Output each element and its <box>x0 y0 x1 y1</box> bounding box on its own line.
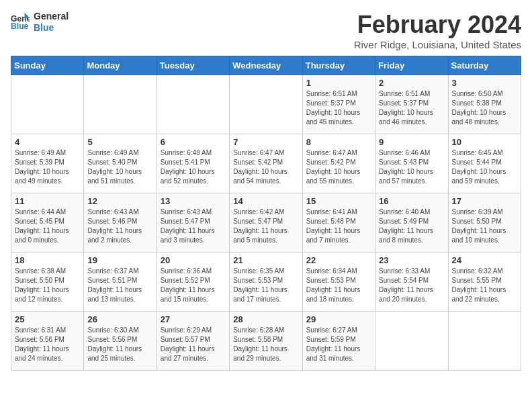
day-number: 22 <box>306 255 371 265</box>
calendar-cell <box>375 312 448 371</box>
day-info: Sunrise: 6:42 AM Sunset: 5:47 PM Dayligh… <box>233 208 298 245</box>
day-info: Sunrise: 6:51 AM Sunset: 5:37 PM Dayligh… <box>379 89 444 127</box>
title-area: February 2024 River Ridge, Louisiana, Un… <box>354 11 521 50</box>
calendar-cell: 27Sunrise: 6:29 AM Sunset: 5:57 PM Dayli… <box>157 312 229 371</box>
day-info: Sunrise: 6:47 AM Sunset: 5:42 PM Dayligh… <box>233 148 298 186</box>
header-cell-sunday: Sunday <box>11 56 84 75</box>
day-info: Sunrise: 6:51 AM Sunset: 5:37 PM Dayligh… <box>306 89 371 127</box>
day-number: 3 <box>452 78 517 88</box>
calendar-cell: 20Sunrise: 6:36 AM Sunset: 5:52 PM Dayli… <box>157 253 229 312</box>
calendar-cell: 16Sunrise: 6:40 AM Sunset: 5:49 PM Dayli… <box>375 193 448 253</box>
day-info: Sunrise: 6:43 AM Sunset: 5:47 PM Dayligh… <box>161 208 226 245</box>
week-row-5: 25Sunrise: 6:31 AM Sunset: 5:56 PM Dayli… <box>11 312 521 371</box>
calendar-cell: 10Sunrise: 6:45 AM Sunset: 5:44 PM Dayli… <box>448 134 521 193</box>
logo-general: General <box>34 11 69 22</box>
day-number: 25 <box>15 314 80 324</box>
svg-text:Blue: Blue <box>11 21 29 31</box>
header-cell-thursday: Thursday <box>302 56 375 75</box>
week-row-3: 11Sunrise: 6:44 AM Sunset: 5:45 PM Dayli… <box>11 193 521 253</box>
day-info: Sunrise: 6:46 AM Sunset: 5:43 PM Dayligh… <box>379 148 444 186</box>
calendar-cell: 11Sunrise: 6:44 AM Sunset: 5:45 PM Dayli… <box>11 193 84 253</box>
day-number: 2 <box>379 78 444 88</box>
day-number: 10 <box>452 137 517 147</box>
day-number: 14 <box>233 196 298 206</box>
day-number: 26 <box>87 314 152 324</box>
day-number: 7 <box>233 137 298 147</box>
header-cell-saturday: Saturday <box>448 56 521 75</box>
day-info: Sunrise: 6:49 AM Sunset: 5:40 PM Dayligh… <box>87 148 152 186</box>
header-row: SundayMondayTuesdayWednesdayThursdayFrid… <box>11 56 521 75</box>
day-info: Sunrise: 6:28 AM Sunset: 5:58 PM Dayligh… <box>233 326 298 363</box>
day-number: 13 <box>161 196 226 206</box>
calendar-cell: 2Sunrise: 6:51 AM Sunset: 5:37 PM Daylig… <box>375 75 448 134</box>
calendar-cell <box>448 312 521 371</box>
header-cell-tuesday: Tuesday <box>157 56 229 75</box>
calendar-cell <box>230 75 302 134</box>
logo: General Blue General Blue <box>11 11 69 34</box>
calendar-cell: 22Sunrise: 6:34 AM Sunset: 5:53 PM Dayli… <box>302 253 375 312</box>
day-info: Sunrise: 6:35 AM Sunset: 5:53 PM Dayligh… <box>233 267 298 304</box>
calendar-cell <box>11 75 84 134</box>
calendar-cell: 7Sunrise: 6:47 AM Sunset: 5:42 PM Daylig… <box>230 134 302 193</box>
day-info: Sunrise: 6:44 AM Sunset: 5:45 PM Dayligh… <box>15 208 80 245</box>
calendar-cell: 25Sunrise: 6:31 AM Sunset: 5:56 PM Dayli… <box>11 312 84 371</box>
calendar-cell: 23Sunrise: 6:33 AM Sunset: 5:54 PM Dayli… <box>375 253 448 312</box>
calendar-cell: 13Sunrise: 6:43 AM Sunset: 5:47 PM Dayli… <box>157 193 229 253</box>
week-row-4: 18Sunrise: 6:38 AM Sunset: 5:50 PM Dayli… <box>11 253 521 312</box>
header-cell-monday: Monday <box>84 56 157 75</box>
calendar-cell: 17Sunrise: 6:39 AM Sunset: 5:50 PM Dayli… <box>448 193 521 253</box>
calendar-cell <box>84 75 157 134</box>
day-info: Sunrise: 6:40 AM Sunset: 5:49 PM Dayligh… <box>379 208 444 245</box>
day-info: Sunrise: 6:38 AM Sunset: 5:50 PM Dayligh… <box>15 267 80 304</box>
calendar-cell: 8Sunrise: 6:47 AM Sunset: 5:42 PM Daylig… <box>302 134 375 193</box>
calendar-cell: 6Sunrise: 6:48 AM Sunset: 5:41 PM Daylig… <box>157 134 229 193</box>
day-info: Sunrise: 6:31 AM Sunset: 5:56 PM Dayligh… <box>15 326 80 363</box>
day-number: 4 <box>15 137 80 147</box>
day-number: 8 <box>306 137 371 147</box>
calendar-cell <box>157 75 229 134</box>
calendar-cell: 3Sunrise: 6:50 AM Sunset: 5:38 PM Daylig… <box>448 75 521 134</box>
day-info: Sunrise: 6:50 AM Sunset: 5:38 PM Dayligh… <box>452 89 517 127</box>
day-number: 6 <box>161 137 226 147</box>
day-number: 12 <box>87 196 152 206</box>
day-number: 19 <box>87 255 152 265</box>
day-info: Sunrise: 6:49 AM Sunset: 5:39 PM Dayligh… <box>15 148 80 186</box>
calendar-cell: 12Sunrise: 6:43 AM Sunset: 5:46 PM Dayli… <box>84 193 157 253</box>
calendar-cell: 14Sunrise: 6:42 AM Sunset: 5:47 PM Dayli… <box>230 193 302 253</box>
calendar-cell: 1Sunrise: 6:51 AM Sunset: 5:37 PM Daylig… <box>302 75 375 134</box>
day-info: Sunrise: 6:39 AM Sunset: 5:50 PM Dayligh… <box>452 208 517 245</box>
logo-blue: Blue <box>34 22 69 34</box>
week-row-2: 4Sunrise: 6:49 AM Sunset: 5:39 PM Daylig… <box>11 134 521 193</box>
day-number: 20 <box>161 255 226 265</box>
day-info: Sunrise: 6:47 AM Sunset: 5:42 PM Dayligh… <box>306 148 371 186</box>
day-info: Sunrise: 6:27 AM Sunset: 5:59 PM Dayligh… <box>306 326 371 363</box>
calendar-cell: 19Sunrise: 6:37 AM Sunset: 5:51 PM Dayli… <box>84 253 157 312</box>
header: General Blue General Blue February 2024 … <box>11 11 521 50</box>
day-info: Sunrise: 6:48 AM Sunset: 5:41 PM Dayligh… <box>161 148 226 186</box>
calendar-cell: 15Sunrise: 6:41 AM Sunset: 5:48 PM Dayli… <box>302 193 375 253</box>
day-info: Sunrise: 6:33 AM Sunset: 5:54 PM Dayligh… <box>379 267 444 304</box>
day-number: 9 <box>379 137 444 147</box>
calendar-cell: 28Sunrise: 6:28 AM Sunset: 5:58 PM Dayli… <box>230 312 302 371</box>
day-info: Sunrise: 6:43 AM Sunset: 5:46 PM Dayligh… <box>87 208 152 245</box>
day-info: Sunrise: 6:32 AM Sunset: 5:55 PM Dayligh… <box>452 267 517 304</box>
calendar-cell: 26Sunrise: 6:30 AM Sunset: 5:56 PM Dayli… <box>84 312 157 371</box>
day-info: Sunrise: 6:30 AM Sunset: 5:56 PM Dayligh… <box>87 326 152 363</box>
calendar-cell: 18Sunrise: 6:38 AM Sunset: 5:50 PM Dayli… <box>11 253 84 312</box>
calendar-table: SundayMondayTuesdayWednesdayThursdayFrid… <box>11 56 521 371</box>
calendar-cell: 9Sunrise: 6:46 AM Sunset: 5:43 PM Daylig… <box>375 134 448 193</box>
day-info: Sunrise: 6:45 AM Sunset: 5:44 PM Dayligh… <box>452 148 517 186</box>
day-number: 16 <box>379 196 444 206</box>
day-number: 1 <box>306 78 371 88</box>
day-info: Sunrise: 6:36 AM Sunset: 5:52 PM Dayligh… <box>161 267 226 304</box>
day-number: 28 <box>233 314 298 324</box>
day-number: 5 <box>87 137 152 147</box>
day-number: 17 <box>452 196 517 206</box>
week-row-1: 1Sunrise: 6:51 AM Sunset: 5:37 PM Daylig… <box>11 75 521 134</box>
day-info: Sunrise: 6:34 AM Sunset: 5:53 PM Dayligh… <box>306 267 371 304</box>
day-number: 15 <box>306 196 371 206</box>
day-info: Sunrise: 6:37 AM Sunset: 5:51 PM Dayligh… <box>87 267 152 304</box>
day-info: Sunrise: 6:41 AM Sunset: 5:48 PM Dayligh… <box>306 208 371 245</box>
header-cell-wednesday: Wednesday <box>230 56 302 75</box>
calendar-cell: 4Sunrise: 6:49 AM Sunset: 5:39 PM Daylig… <box>11 134 84 193</box>
